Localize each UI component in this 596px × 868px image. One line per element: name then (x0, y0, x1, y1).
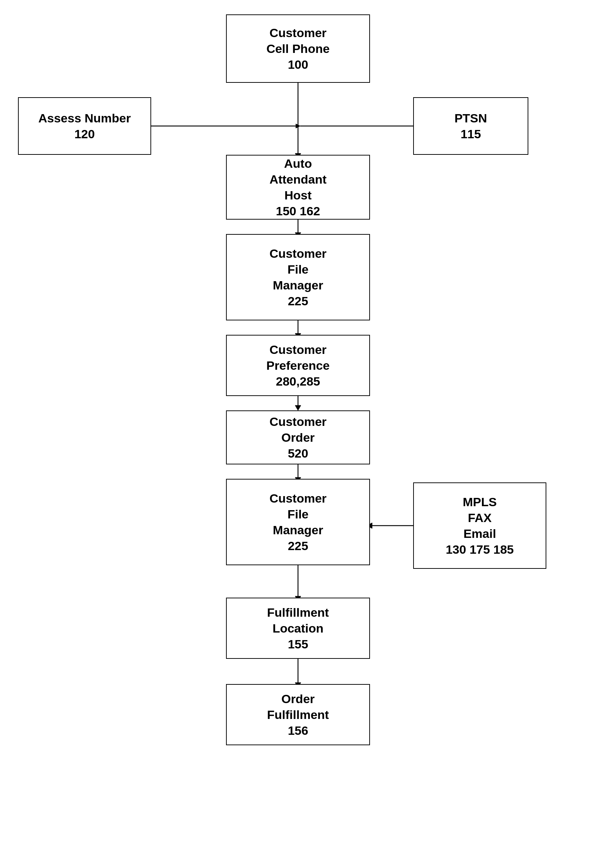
svg-marker-3 (296, 124, 300, 128)
customer-preference-box: Customer Preference 280,285 (226, 335, 370, 396)
customer-file-manager-1-box: Customer File Manager 225 (226, 234, 370, 320)
assess-number-box: Assess Number 120 (18, 97, 151, 155)
mpls-fax-email-box: MPLS FAX Email 130 175 185 (413, 483, 546, 569)
ptsn-box: PTSN 115 (413, 97, 528, 155)
customer-file-manager-2-box: Customer File Manager 225 (226, 479, 370, 565)
diagram-container: Customer Cell Phone 100 Assess Number 12… (0, 0, 596, 868)
svg-marker-11 (295, 405, 301, 410)
customer-order-box: Customer Order 520 (226, 410, 370, 464)
customer-cell-phone-box: Customer Cell Phone 100 (226, 15, 370, 83)
order-fulfillment-box: Order Fulfillment 156 (226, 684, 370, 745)
fulfillment-location-box: Fulfillment Location 155 (226, 598, 370, 659)
auto-attendant-box: Auto Attendant Host 150 162 (226, 155, 370, 220)
